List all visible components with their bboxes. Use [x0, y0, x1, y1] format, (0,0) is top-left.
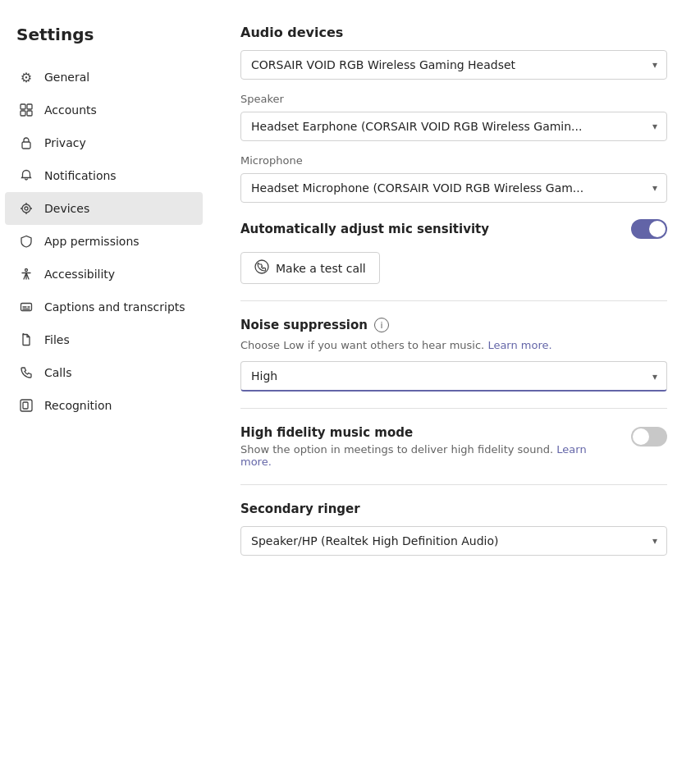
speaker-section: Speaker Headset Earphone (CORSAIR VOID R… [240, 93, 667, 141]
sidebar-item-label: Captions and transcripts [44, 300, 185, 314]
sidebar-item-accessibility[interactable]: Accessibility [5, 258, 203, 291]
sidebar-item-captions[interactable]: Captions and transcripts [5, 291, 203, 323]
sidebar-item-label: Accessibility [44, 268, 115, 281]
sidebar-item-label: App permissions [44, 235, 140, 248]
toggle-knob [649, 221, 666, 237]
auto-adjust-row: Automatically adjust mic sensitivity [240, 219, 667, 239]
svg-rect-3 [27, 111, 32, 116]
divider-3 [240, 484, 667, 485]
noise-learn-more-link[interactable]: Learn more. [487, 339, 551, 351]
speaker-label: Speaker [240, 93, 667, 105]
audio-devices-section: Audio devices CORSAIR VOID RGB Wireless … [240, 25, 667, 80]
svg-rect-1 [27, 104, 32, 109]
microphone-select[interactable]: Headset Microphone (CORSAIR VOID RGB Wir… [240, 173, 667, 203]
sidebar-item-devices[interactable]: Devices [5, 192, 203, 225]
sidebar-item-label: Recognition [44, 399, 112, 412]
noise-suppression-select-wrapper: High Auto Low Off ▾ [240, 361, 667, 392]
auto-adjust-toggle[interactable] [631, 219, 667, 239]
settings-title: Settings [0, 16, 208, 61]
noise-suppression-desc: Choose Low if you want others to hear mu… [240, 339, 667, 351]
sidebar-item-general[interactable]: ⚙ General [5, 61, 203, 94]
svg-rect-2 [21, 111, 25, 116]
divider-2 [240, 408, 667, 409]
accessibility-icon [18, 266, 34, 282]
audio-devices-title: Audio devices [240, 25, 667, 40]
divider-1 [240, 300, 667, 301]
speaker-select-wrapper: Headset Earphone (CORSAIR VOID RGB Wirel… [240, 112, 667, 141]
svg-point-5 [22, 204, 30, 213]
sidebar-item-privacy[interactable]: Privacy [5, 126, 203, 159]
accounts-icon [18, 102, 34, 118]
high-fidelity-section: High fidelity music mode Show the option… [240, 425, 667, 468]
noise-header: Noise suppression i [240, 318, 667, 332]
captions-icon [18, 299, 34, 315]
sidebar-item-label: Privacy [44, 136, 86, 149]
sidebar-item-label: Calls [44, 366, 71, 379]
info-icon[interactable]: i [374, 318, 389, 332]
microphone-section: Microphone Headset Microphone (CORSAIR V… [240, 154, 667, 203]
secondary-ringer-section: Secondary ringer Speaker/HP (Realtek Hig… [240, 501, 667, 556]
test-call-button[interactable]: Make a test call [240, 252, 380, 284]
speaker-select[interactable]: Headset Earphone (CORSAIR VOID RGB Wirel… [240, 112, 667, 141]
high-fidelity-row: High fidelity music mode Show the option… [240, 425, 667, 468]
bell-icon [18, 167, 34, 184]
sidebar-item-label: Accounts [44, 103, 97, 117]
microphone-label: Microphone [240, 154, 667, 167]
secondary-ringer-select[interactable]: Speaker/HP (Realtek High Definition Audi… [240, 526, 667, 556]
lock-icon [18, 135, 34, 151]
high-fidelity-title: High fidelity music mode [240, 425, 618, 440]
sidebar-item-label: General [44, 71, 89, 84]
high-fidelity-text: High fidelity music mode Show the option… [240, 425, 618, 468]
test-call-label: Make a test call [276, 262, 366, 275]
sidebar-item-label: Devices [44, 202, 89, 215]
svg-point-7 [25, 269, 28, 272]
noise-suppression-section: Noise suppression i Choose Low if you wa… [240, 318, 667, 392]
sidebar-item-label: Notifications [44, 169, 117, 182]
svg-rect-9 [21, 400, 32, 411]
microphone-select-wrapper: Headset Microphone (CORSAIR VOID RGB Wir… [240, 173, 667, 203]
high-fidelity-toggle[interactable] [631, 427, 667, 447]
sidebar-item-notifications[interactable]: Notifications [5, 159, 203, 192]
shield-icon [18, 233, 34, 250]
high-fidelity-desc: Show the option in meetings to deliver h… [240, 443, 618, 468]
files-icon [18, 332, 34, 348]
devices-icon [18, 200, 34, 217]
audio-device-select-wrapper: CORSAIR VOID RGB Wireless Gaming Headset… [240, 50, 667, 80]
sidebar-item-label: Files [44, 333, 70, 346]
phone-icon [18, 364, 34, 381]
noise-suppression-title: Noise suppression [240, 318, 368, 332]
test-call-icon [254, 259, 269, 277]
recognition-icon [18, 397, 34, 414]
audio-device-select[interactable]: CORSAIR VOID RGB Wireless Gaming Headset [240, 50, 667, 80]
sidebar-item-recognition[interactable]: Recognition [5, 389, 203, 422]
secondary-ringer-select-wrapper: Speaker/HP (Realtek High Definition Audi… [240, 526, 667, 556]
noise-suppression-select[interactable]: High Auto Low Off [240, 361, 667, 392]
secondary-ringer-title: Secondary ringer [240, 501, 667, 516]
svg-point-6 [25, 207, 28, 210]
svg-rect-10 [23, 402, 28, 409]
gear-icon: ⚙ [18, 69, 34, 85]
sidebar-item-accounts[interactable]: Accounts [5, 94, 203, 126]
svg-rect-0 [21, 104, 25, 109]
auto-adjust-label: Automatically adjust mic sensitivity [240, 222, 489, 236]
svg-rect-4 [22, 142, 30, 149]
sidebar-item-app-permissions[interactable]: App permissions [5, 225, 203, 258]
toggle-knob [633, 428, 649, 445]
sidebar-item-files[interactable]: Files [5, 323, 203, 356]
main-content: Audio devices CORSAIR VOID RGB Wireless … [208, 0, 700, 774]
sidebar: Settings ⚙ General Accounts Privacy Noti… [0, 0, 208, 774]
sidebar-item-calls[interactable]: Calls [5, 356, 203, 389]
